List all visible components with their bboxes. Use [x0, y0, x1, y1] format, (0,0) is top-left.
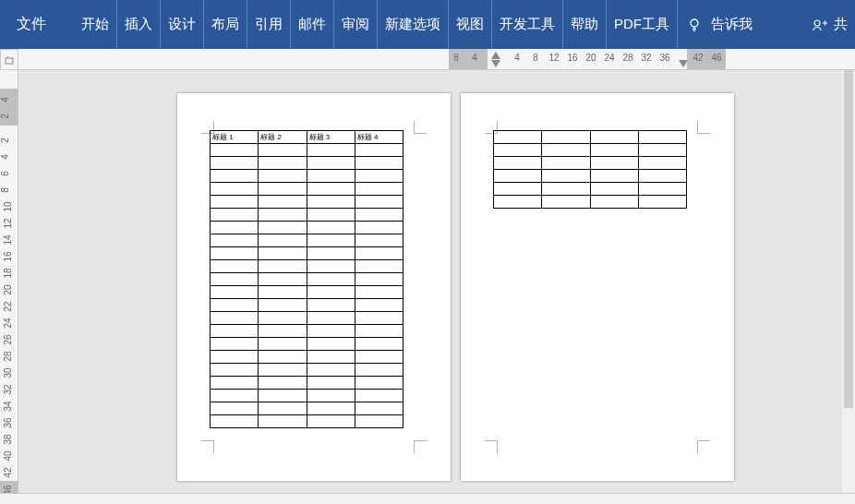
table-cell[interactable] [590, 144, 638, 157]
table-header-cell[interactable]: 标题 3 [307, 131, 355, 144]
table-header-cell[interactable]: 标题 2 [259, 131, 307, 144]
table-row[interactable] [211, 273, 403, 286]
table-cell[interactable] [307, 351, 355, 364]
table-cell[interactable] [307, 209, 355, 222]
table-header-cell[interactable]: 标题 4 [355, 131, 403, 144]
table-cell[interactable] [494, 183, 542, 196]
table-cell[interactable] [259, 234, 307, 247]
table-cell[interactable] [355, 415, 403, 428]
tab-references[interactable]: 引用 [247, 0, 291, 49]
table-header-cell[interactable]: 标题 1 [211, 131, 259, 144]
table-cell[interactable] [638, 144, 686, 157]
tab-devtools[interactable]: 开发工具 [492, 0, 563, 49]
table-cell[interactable] [542, 157, 590, 170]
table-cell[interactable] [355, 157, 403, 170]
table-cell[interactable] [307, 402, 355, 415]
table-cell[interactable] [590, 196, 638, 209]
table-cell[interactable] [259, 144, 307, 157]
table-cell[interactable] [211, 299, 259, 312]
table-row[interactable] [211, 338, 403, 351]
table-cell[interactable] [355, 325, 403, 338]
table-cell[interactable] [355, 377, 403, 390]
table-row[interactable] [211, 234, 403, 247]
table-row[interactable] [211, 183, 403, 196]
vertical-ruler[interactable]: 4 2 2 4 6 8 10 12 14 16 18 20 22 24 26 2… [0, 70, 18, 493]
table-cell[interactable] [211, 209, 259, 222]
table-cell[interactable] [355, 234, 403, 247]
table-cell[interactable] [355, 170, 403, 183]
table-cell[interactable] [307, 157, 355, 170]
table-cell[interactable] [259, 286, 307, 299]
table-cell[interactable] [355, 183, 403, 196]
tab-insert[interactable]: 插入 [117, 0, 161, 49]
table-cell[interactable] [590, 170, 638, 183]
table-row[interactable] [211, 196, 403, 209]
table-cell[interactable] [307, 415, 355, 428]
table-cell[interactable] [355, 260, 403, 273]
table-row[interactable] [494, 157, 687, 170]
table-row[interactable] [211, 415, 403, 428]
tab-review[interactable]: 审阅 [334, 0, 378, 49]
table-cell[interactable] [542, 131, 590, 144]
table-cell[interactable] [259, 312, 307, 325]
table-row[interactable] [211, 247, 403, 260]
table-cell[interactable] [355, 402, 403, 415]
table-cell[interactable] [259, 273, 307, 286]
table-row[interactable] [211, 260, 403, 273]
table-cell[interactable] [307, 286, 355, 299]
table-cell[interactable] [638, 131, 686, 144]
table-row[interactable] [494, 144, 687, 157]
table-cell[interactable] [355, 338, 403, 351]
table-cell[interactable] [307, 377, 355, 390]
table-cell[interactable] [211, 260, 259, 273]
tab-layout[interactable]: 布局 [204, 0, 247, 49]
table-cell[interactable] [355, 312, 403, 325]
table-cell[interactable] [211, 157, 259, 170]
indent-marker-bottom[interactable] [491, 60, 500, 67]
table-cell[interactable] [355, 273, 403, 286]
vertical-scrollbar[interactable] [842, 70, 855, 493]
table-cell[interactable] [259, 260, 307, 273]
table-cell[interactable] [259, 377, 307, 390]
table-cell[interactable] [307, 325, 355, 338]
table-cell[interactable] [307, 260, 355, 273]
table-cell[interactable] [211, 377, 259, 390]
table-cell[interactable] [211, 338, 259, 351]
tab-newtab[interactable]: 新建选项 [378, 0, 449, 49]
table-cell[interactable] [638, 183, 686, 196]
table-cell[interactable] [494, 157, 542, 170]
table-cell[interactable] [307, 196, 355, 209]
table-cell[interactable] [542, 144, 590, 157]
table-cell[interactable] [638, 196, 686, 209]
table-row[interactable] [211, 157, 403, 170]
table-cell[interactable] [211, 364, 259, 377]
table-cell[interactable] [494, 170, 542, 183]
document-table-1[interactable]: 标题 1标题 2标题 3标题 4 [210, 130, 403, 428]
table-cell[interactable] [355, 364, 403, 377]
table-cell[interactable] [307, 299, 355, 312]
table-cell[interactable] [307, 144, 355, 157]
table-cell[interactable] [307, 364, 355, 377]
table-row[interactable] [211, 364, 403, 377]
table-cell[interactable] [355, 390, 403, 402]
table-row[interactable] [494, 183, 687, 196]
table-cell[interactable] [211, 234, 259, 247]
table-cell[interactable] [355, 351, 403, 364]
table-row[interactable] [211, 390, 403, 402]
table-cell[interactable] [259, 338, 307, 351]
tell-me[interactable]: 告诉我 [678, 16, 762, 33]
table-cell[interactable] [259, 415, 307, 428]
table-cell[interactable] [355, 144, 403, 157]
document-table-2[interactable] [493, 130, 687, 209]
table-cell[interactable] [211, 273, 259, 286]
table-row[interactable] [211, 402, 403, 415]
table-cell[interactable] [211, 415, 259, 428]
table-row[interactable] [211, 144, 403, 157]
table-cell[interactable] [638, 157, 686, 170]
table-cell[interactable] [211, 196, 259, 209]
page-1[interactable]: 标题 1标题 2标题 3标题 4 [177, 93, 451, 481]
table-cell[interactable] [355, 222, 403, 234]
table-cell[interactable] [307, 170, 355, 183]
table-cell[interactable] [259, 196, 307, 209]
table-cell[interactable] [259, 170, 307, 183]
